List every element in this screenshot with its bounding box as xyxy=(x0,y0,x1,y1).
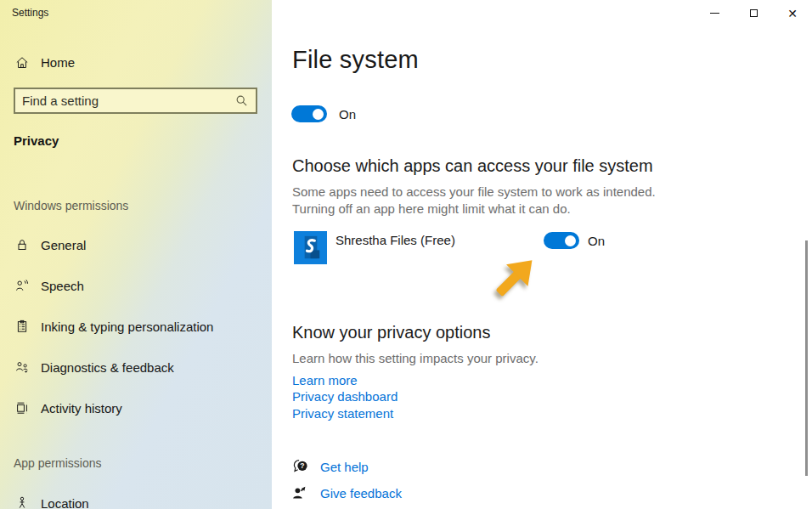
toggle-knob xyxy=(565,235,576,246)
get-help-link[interactable]: ? Get help xyxy=(292,459,369,474)
sidebar-item-home[interactable]: Home xyxy=(0,47,272,77)
minimize-button[interactable] xyxy=(695,0,734,26)
get-help-icon: ? xyxy=(292,459,309,474)
sidebar-item-location[interactable]: Location xyxy=(0,488,272,509)
page-title: File system xyxy=(292,46,419,74)
toggle-knob xyxy=(313,109,324,120)
sidebar-group-app-permissions: App permissions xyxy=(14,456,102,470)
vertical-scrollbar[interactable] xyxy=(805,240,808,476)
sidebar-group-windows-permissions: Windows permissions xyxy=(14,199,128,212)
give-feedback-label: Give feedback xyxy=(320,486,402,501)
close-icon: ✕ xyxy=(787,8,798,20)
sidebar: Settings Home Privacy Windows permission… xyxy=(0,0,272,509)
give-feedback-link[interactable]: Give feedback xyxy=(292,485,402,501)
minimize-icon xyxy=(710,13,719,14)
search-input[interactable] xyxy=(15,93,235,108)
sidebar-item-label: Speech xyxy=(41,279,84,293)
annotation-arrow-icon xyxy=(489,250,542,303)
apps-section-heading: Choose which apps can access your file s… xyxy=(292,156,653,176)
sidebar-item-label: Diagnostics & feedback xyxy=(41,360,174,375)
window-title: Settings xyxy=(12,7,48,19)
app-name: Shrestha Files (Free) xyxy=(336,233,455,247)
sidebar-item-diagnostics-feedback[interactable]: Diagnostics & feedback xyxy=(0,352,272,382)
home-icon xyxy=(15,54,29,70)
sidebar-item-label: Location xyxy=(41,496,89,509)
sidebar-item-label: Home xyxy=(41,55,75,70)
app-icon-shrestha-files xyxy=(294,231,327,264)
learn-more-link[interactable]: Learn more xyxy=(292,372,398,388)
lock-icon xyxy=(15,237,29,252)
apps-section-description: Some apps need to access your file syste… xyxy=(292,184,681,218)
maximize-icon xyxy=(750,9,758,17)
close-button[interactable]: ✕ xyxy=(773,0,812,26)
sidebar-item-general[interactable]: General xyxy=(0,229,272,260)
app-toggle-state-label: On xyxy=(588,234,605,248)
get-help-label: Get help xyxy=(320,460,369,474)
file-system-master-toggle[interactable] xyxy=(291,105,327,122)
location-icon xyxy=(15,495,29,509)
sidebar-item-speech[interactable]: Speech xyxy=(0,270,272,301)
sidebar-item-activity-history[interactable]: Activity history xyxy=(0,393,272,423)
diagnostics-icon xyxy=(15,359,29,375)
privacy-statement-link[interactable]: Privacy statement xyxy=(292,405,398,421)
settings-window: Settings Home Privacy Windows permission… xyxy=(0,0,812,509)
give-feedback-icon xyxy=(292,485,309,501)
speech-icon xyxy=(15,278,29,293)
search-icon[interactable] xyxy=(235,94,248,107)
window-caption-buttons: ✕ xyxy=(695,0,812,26)
privacy-links: Learn more Privacy dashboard Privacy sta… xyxy=(292,372,398,421)
privacy-options-heading: Know your privacy options xyxy=(292,323,490,342)
main-content: ✕ File system On Choose which apps can a… xyxy=(272,0,812,509)
sidebar-item-inking-typing[interactable]: Inking & typing personalization xyxy=(0,311,272,342)
maximize-button[interactable] xyxy=(734,0,773,26)
privacy-options-description: Learn how this setting impacts your priv… xyxy=(292,350,691,367)
sidebar-item-label: Activity history xyxy=(41,401,122,416)
inking-icon xyxy=(15,319,29,334)
sidebar-item-label: Inking & typing personalization xyxy=(41,320,213,334)
svg-text:?: ? xyxy=(300,461,304,470)
sidebar-category-title: Privacy xyxy=(14,133,59,148)
sidebar-item-label: General xyxy=(41,238,86,252)
app-toggle-shrestha-files[interactable] xyxy=(544,232,579,249)
search-box xyxy=(14,88,257,114)
privacy-dashboard-link[interactable]: Privacy dashboard xyxy=(292,388,398,404)
master-toggle-state-label: On xyxy=(339,107,356,122)
activity-history-icon xyxy=(15,400,29,416)
